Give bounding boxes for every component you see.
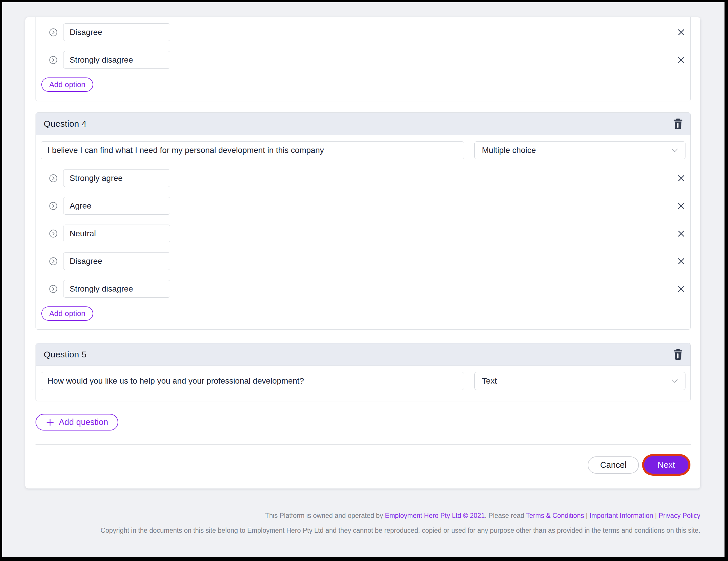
- option-row: Disagree: [36, 23, 690, 41]
- question-4-row: I believe I can find what I need for my …: [36, 135, 690, 159]
- remove-option-icon[interactable]: [676, 174, 685, 183]
- footer-link[interactable]: Important Information: [589, 512, 653, 519]
- footer-text: |: [653, 512, 659, 519]
- option-row: Agree: [36, 197, 690, 215]
- plus-icon: [46, 418, 54, 427]
- option-chevron-icon: [49, 56, 57, 64]
- footer-link[interactable]: Privacy Policy: [659, 512, 700, 519]
- option-row: Strongly disagree: [36, 280, 690, 298]
- question-5-title: Question 5: [44, 350, 86, 359]
- cancel-button[interactable]: Cancel: [588, 456, 639, 474]
- remove-option-icon[interactable]: [676, 55, 685, 64]
- option-text-input[interactable]: Agree: [63, 197, 170, 215]
- chevron-down-icon: [672, 149, 678, 152]
- footer-text: This Platform is owned and operated by: [265, 512, 385, 519]
- option-chevron-icon: [49, 202, 57, 210]
- question-5-type-value: Text: [482, 376, 497, 386]
- option-text-input[interactable]: Strongly agree: [63, 169, 170, 187]
- option-row: Disagree: [36, 252, 690, 270]
- add-question-label: Add question: [59, 417, 108, 427]
- question-4-text-input[interactable]: I believe I can find what I need for my …: [41, 141, 464, 159]
- add-question-button[interactable]: Add question: [36, 414, 118, 431]
- delete-question-icon[interactable]: [674, 349, 683, 360]
- delete-question-icon[interactable]: [674, 119, 683, 129]
- question-4-type-value: Multiple choice: [482, 146, 536, 155]
- screenshot-frame: DisagreeStrongly disagree Add option Que…: [0, 0, 728, 561]
- footer-text: . Please read: [485, 512, 526, 519]
- remove-option-icon[interactable]: [676, 284, 685, 293]
- options-list: Strongly agreeAgreeNeutralDisagreeStrong…: [36, 169, 690, 298]
- footer-text: |: [584, 512, 590, 519]
- question-4-title: Question 4: [44, 119, 86, 129]
- footer-copyright-line: Copyright in the documents on this site …: [89, 527, 700, 534]
- option-text-input[interactable]: Disagree: [63, 23, 170, 41]
- footer-legal-line: This Platform is owned and operated by E…: [89, 512, 700, 519]
- question-5-type-select[interactable]: Text: [474, 372, 685, 390]
- option-text-input[interactable]: Neutral: [63, 225, 170, 242]
- add-option-button[interactable]: Add option: [41, 77, 93, 92]
- actions-row: Cancel Next: [36, 456, 691, 474]
- chevron-down-icon: [672, 379, 678, 383]
- question-4-card: Question 4 I believe I can find what I n…: [36, 112, 691, 330]
- option-chevron-icon: [49, 28, 57, 36]
- option-row: Neutral: [36, 225, 690, 242]
- remove-option-icon[interactable]: [676, 201, 685, 210]
- question-5-text-input[interactable]: How would you like us to help you and yo…: [41, 372, 464, 390]
- question-5-header: Question 5: [36, 343, 690, 366]
- option-text-input[interactable]: Strongly disagree: [63, 280, 170, 298]
- footer-link[interactable]: Employment Hero Pty Ltd © 2021: [385, 512, 485, 519]
- remove-option-icon[interactable]: [676, 28, 685, 37]
- question-5-card: Question 5 How would you like us to help…: [36, 343, 691, 401]
- question-4-type-select[interactable]: Multiple choice: [474, 141, 685, 159]
- remove-option-icon[interactable]: [676, 257, 685, 266]
- question-4-header: Question 4: [36, 113, 690, 135]
- options-list: DisagreeStrongly disagree: [36, 23, 690, 69]
- option-chevron-icon: [49, 285, 57, 293]
- question-5-row: How would you like us to help you and yo…: [36, 366, 690, 401]
- page-background: DisagreeStrongly disagree Add option Que…: [2, 2, 725, 557]
- footer-link[interactable]: Terms & Conditions: [526, 512, 584, 519]
- option-text-input[interactable]: Strongly disagree: [63, 51, 170, 69]
- option-row: Strongly disagree: [36, 51, 690, 69]
- option-chevron-icon: [49, 174, 57, 182]
- page-footer: This Platform is owned and operated by E…: [89, 512, 700, 534]
- divider: [36, 444, 691, 445]
- add-option-button[interactable]: Add option: [41, 306, 93, 321]
- next-button[interactable]: Next: [644, 456, 688, 474]
- option-chevron-icon: [49, 257, 57, 265]
- survey-builder-panel: DisagreeStrongly disagree Add option Que…: [25, 17, 700, 488]
- option-chevron-icon: [49, 230, 57, 238]
- question-card-partial: DisagreeStrongly disagree Add option: [36, 17, 691, 101]
- option-row: Strongly agree: [36, 169, 690, 187]
- remove-option-icon[interactable]: [676, 229, 685, 238]
- option-text-input[interactable]: Disagree: [63, 252, 170, 270]
